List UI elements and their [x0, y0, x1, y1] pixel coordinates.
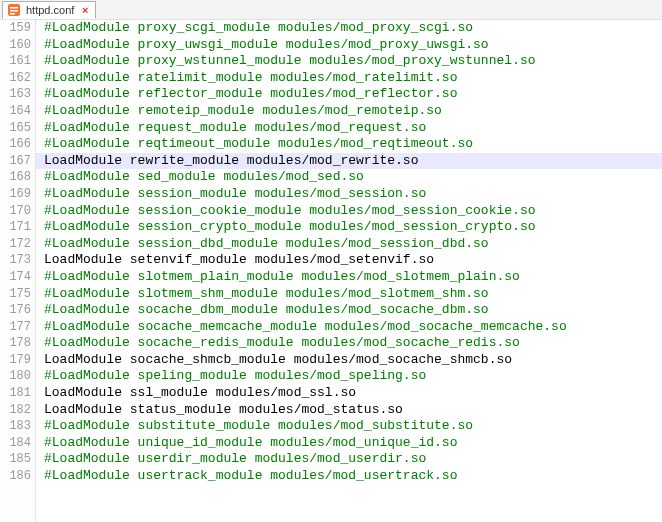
- code-line[interactable]: #LoadModule socache_redis_module modules…: [36, 335, 662, 352]
- code-line[interactable]: #LoadModule slotmem_shm_module modules/m…: [36, 286, 662, 303]
- line-number: 164: [0, 103, 31, 120]
- code-line[interactable]: #LoadModule substitute_module modules/mo…: [36, 418, 662, 435]
- code-line[interactable]: #LoadModule unique_id_module modules/mod…: [36, 435, 662, 452]
- line-number: 175: [0, 286, 31, 303]
- line-number: 161: [0, 53, 31, 70]
- code-line[interactable]: #LoadModule socache_memcache_module modu…: [36, 319, 662, 336]
- line-number: 180: [0, 368, 31, 385]
- line-number: 165: [0, 120, 31, 137]
- tab-close-button[interactable]: ×: [79, 4, 91, 16]
- line-number: 183: [0, 418, 31, 435]
- code-line[interactable]: #LoadModule session_cookie_module module…: [36, 203, 662, 220]
- line-number: 167: [0, 153, 31, 170]
- line-number: 169: [0, 186, 31, 203]
- line-number: 177: [0, 319, 31, 336]
- line-number: 170: [0, 203, 31, 220]
- code-line[interactable]: #LoadModule proxy_uwsgi_module modules/m…: [36, 37, 662, 54]
- code-line[interactable]: #LoadModule reqtimeout_module modules/mo…: [36, 136, 662, 153]
- line-number: 163: [0, 86, 31, 103]
- tab-bar: httpd.conf ×: [0, 0, 662, 20]
- tab-httpd-conf[interactable]: httpd.conf ×: [2, 1, 96, 19]
- line-number: 168: [0, 169, 31, 186]
- code-line[interactable]: #LoadModule sed_module modules/mod_sed.s…: [36, 169, 662, 186]
- line-number: 173: [0, 252, 31, 269]
- line-number: 172: [0, 236, 31, 253]
- line-number-gutter: 1591601611621631641651661671681691701711…: [0, 20, 36, 522]
- line-number: 184: [0, 435, 31, 452]
- code-line[interactable]: #LoadModule slotmem_plain_module modules…: [36, 269, 662, 286]
- code-line[interactable]: #LoadModule session_module modules/mod_s…: [36, 186, 662, 203]
- line-number: 185: [0, 451, 31, 468]
- line-number: 162: [0, 70, 31, 87]
- line-number: 179: [0, 352, 31, 369]
- code-line[interactable]: #LoadModule proxy_scgi_module modules/mo…: [36, 20, 662, 37]
- code-line[interactable]: #LoadModule socache_dbm_module modules/m…: [36, 302, 662, 319]
- code-line[interactable]: #LoadModule session_dbd_module modules/m…: [36, 236, 662, 253]
- code-line[interactable]: LoadModule rewrite_module modules/mod_re…: [36, 153, 662, 170]
- code-line[interactable]: #LoadModule request_module modules/mod_r…: [36, 120, 662, 137]
- code-line[interactable]: LoadModule socache_shmcb_module modules/…: [36, 352, 662, 369]
- code-line[interactable]: #LoadModule speling_module modules/mod_s…: [36, 368, 662, 385]
- code-line[interactable]: #LoadModule ratelimit_module modules/mod…: [36, 70, 662, 87]
- line-number: 176: [0, 302, 31, 319]
- svg-rect-1: [10, 7, 18, 9]
- code-line[interactable]: LoadModule ssl_module modules/mod_ssl.so: [36, 385, 662, 402]
- file-icon: [7, 3, 21, 17]
- line-number: 181: [0, 385, 31, 402]
- code-line[interactable]: #LoadModule userdir_module modules/mod_u…: [36, 451, 662, 468]
- tab-title: httpd.conf: [24, 2, 76, 19]
- line-number: 171: [0, 219, 31, 236]
- code-line[interactable]: #LoadModule remoteip_module modules/mod_…: [36, 103, 662, 120]
- code-line[interactable]: #LoadModule reflector_module modules/mod…: [36, 86, 662, 103]
- line-number: 160: [0, 37, 31, 54]
- code-line[interactable]: LoadModule status_module modules/mod_sta…: [36, 402, 662, 419]
- line-number: 159: [0, 20, 31, 37]
- svg-rect-3: [10, 13, 15, 15]
- line-number: 182: [0, 402, 31, 419]
- code-line[interactable]: #LoadModule usertrack_module modules/mod…: [36, 468, 662, 485]
- line-number: 186: [0, 468, 31, 485]
- line-number: 174: [0, 269, 31, 286]
- code-line[interactable]: #LoadModule session_crypto_module module…: [36, 219, 662, 236]
- svg-rect-2: [10, 10, 18, 12]
- line-number: 178: [0, 335, 31, 352]
- line-number: 166: [0, 136, 31, 153]
- code-area[interactable]: #LoadModule proxy_scgi_module modules/mo…: [36, 20, 662, 522]
- code-line[interactable]: LoadModule setenvif_module modules/mod_s…: [36, 252, 662, 269]
- code-line[interactable]: #LoadModule proxy_wstunnel_module module…: [36, 53, 662, 70]
- editor: 1591601611621631641651661671681691701711…: [0, 20, 662, 522]
